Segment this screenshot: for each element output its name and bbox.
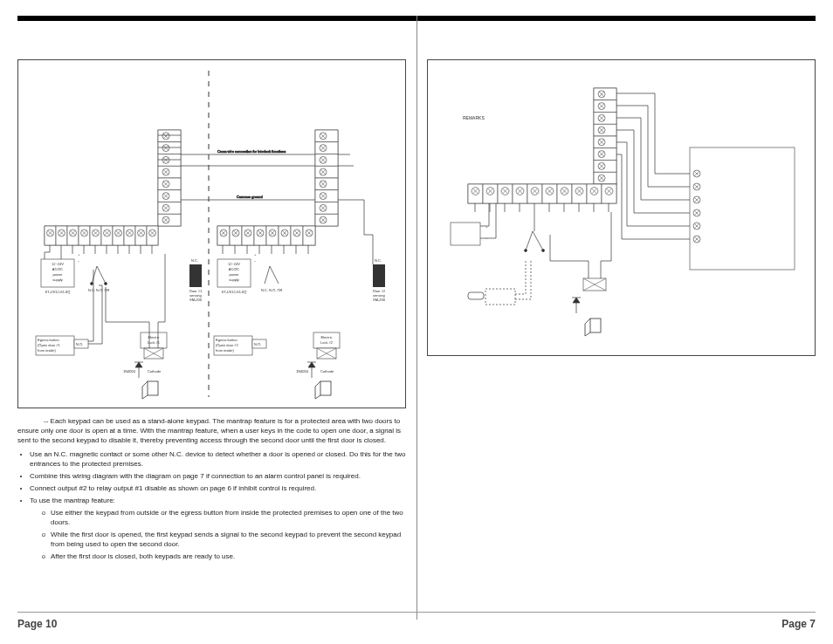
subbullet-2: While the first door is opened, the firs… [42, 531, 406, 550]
svg-text:from inside): from inside) [38, 348, 57, 353]
svg-rect-312 [451, 223, 480, 245]
bullet-1: Use an N.C. magnetic contact or some oth… [30, 450, 406, 469]
page-divider [416, 16, 417, 620]
svg-point-83 [91, 283, 93, 285]
svg-line-217 [315, 395, 320, 399]
svg-text:SM-200: SM-200 [189, 298, 203, 302]
svg-rect-317 [485, 289, 515, 305]
page-number-right: Page 7 [781, 618, 816, 630]
svg-text:(Open door #1: (Open door #1 [38, 343, 61, 347]
svg-marker-104 [135, 362, 142, 367]
subbullet-1: Use either the keypad from outside or th… [42, 509, 406, 528]
svg-marker-323 [573, 298, 580, 303]
svg-text:Egress button: Egress button [38, 338, 59, 342]
bullet-4: To use the mantrap feature: Use either t… [30, 497, 406, 562]
intro-paragraph: -- Each keypad can be used as a stand-al… [17, 417, 406, 445]
svg-text:+: + [254, 252, 257, 257]
svg-point-316 [542, 250, 545, 252]
svg-text:N.O.: N.O. [76, 342, 83, 346]
footer-rule [17, 612, 816, 613]
svg-text:AC/DC: AC/DC [229, 267, 240, 271]
svg-rect-92 [189, 264, 202, 287]
svg-text:(Open door #2: (Open door #2 [216, 343, 239, 347]
svg-rect-293 [690, 147, 795, 270]
svg-line-215 [315, 381, 320, 387]
svg-text:supply: supply [229, 277, 239, 282]
svg-text:−: − [485, 236, 488, 241]
svg-text:Electric: Electric [320, 335, 332, 339]
svg-text:REMARKS: REMARKS [463, 115, 485, 120]
svg-text:−: − [78, 259, 80, 264]
svg-line-326 [585, 319, 590, 324]
svg-rect-198 [373, 264, 385, 287]
svg-text:1N4004: 1N4004 [296, 369, 309, 373]
svg-text:Electric: Electric [148, 335, 159, 339]
right-page: REMARKS [427, 30, 816, 620]
bullet-2: Combine this wiring diagram with the dia… [30, 472, 406, 482]
svg-text:N.C.  N.O.
OR: N.C. N.O. OR [261, 288, 283, 292]
svg-text:12~24V: 12~24V [228, 262, 240, 266]
svg-point-315 [525, 250, 527, 252]
svg-text:N.C.: N.C. [375, 258, 382, 263]
left-body-text: -- Each keypad can be used as a stand-al… [17, 417, 406, 561]
svg-text:power: power [230, 272, 240, 277]
svg-rect-325 [590, 319, 601, 332]
svg-text:+: + [78, 252, 80, 257]
svg-text:SM-200: SM-200 [373, 298, 386, 302]
svg-text:Cathode: Cathode [320, 369, 334, 373]
svg-line-109 [142, 381, 148, 387]
left-page: 12~24V AC/DC power supply ST-UV12-S1.0Q … [17, 30, 406, 620]
svg-rect-318 [468, 292, 484, 299]
svg-text:Lock #2: Lock #2 [320, 340, 334, 345]
page-number-left: Page 10 [17, 618, 57, 630]
svg-point-84 [105, 283, 107, 285]
svg-text:−: − [254, 259, 257, 264]
svg-text:N.O.: N.O. [254, 342, 261, 346]
svg-line-111 [142, 395, 148, 399]
svg-text:12~24V: 12~24V [52, 262, 64, 266]
subbullet-3: After the first door is closed, both key… [42, 552, 406, 562]
svg-line-328 [585, 332, 590, 336]
bullet-3: Connect output #2 to relay output #1 dis… [30, 484, 406, 494]
svg-text:Egress button: Egress button [216, 338, 238, 342]
svg-text:N.C.  N.O.
OR: N.C. N.O. OR [88, 288, 110, 292]
svg-text:AC/DC: AC/DC [52, 267, 64, 271]
svg-text:N.C.: N.C. [191, 258, 198, 263]
svg-text:Common ground: Common ground [237, 195, 263, 199]
svg-text:Cross wire connection for inte: Cross wire connection for interlock func… [217, 149, 286, 154]
svg-text:ST-UV12-S1.0Q: ST-UV12-S1.0Q [45, 290, 71, 294]
svg-rect-214 [320, 381, 331, 395]
right-wiring-diagram: REMARKS [427, 59, 816, 356]
svg-text:1N4004: 1N4004 [123, 369, 136, 373]
svg-rect-108 [148, 381, 158, 395]
svg-text:ST-UV12-S1.0Q: ST-UV12-S1.0Q [222, 290, 247, 294]
left-wiring-diagram: 12~24V AC/DC power supply ST-UV12-S1.0Q … [17, 59, 406, 408]
svg-text:supply: supply [52, 277, 63, 282]
svg-text:power: power [53, 272, 64, 277]
svg-marker-210 [308, 362, 315, 367]
svg-text:from inside): from inside) [216, 348, 235, 353]
svg-text:+: + [485, 224, 488, 229]
svg-text:Cathode: Cathode [148, 369, 162, 373]
